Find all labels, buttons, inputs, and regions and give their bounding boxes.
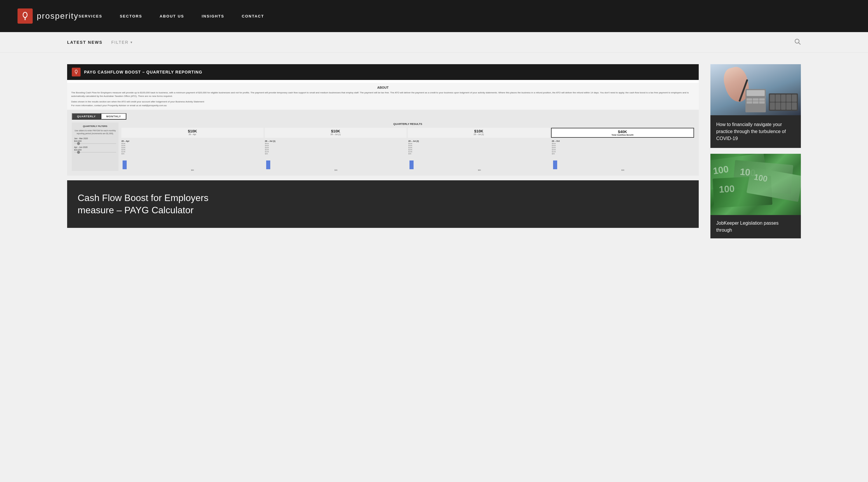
logo-container[interactable]: prosperity	[18, 8, 79, 24]
filter1-value: $10,000	[74, 140, 116, 142]
bar-apr-bottom: $0K	[121, 169, 264, 171]
result-apr: $10K 28 – Apr	[121, 128, 264, 138]
sub-header: LATEST NEWS FILTER ▾	[0, 32, 868, 53]
bar-oct	[553, 160, 557, 169]
svg-point-5	[75, 70, 78, 73]
sidebar-covid-title: How to financially navigate your practic…	[716, 121, 795, 142]
bar-chart-oct: 28 – Oct $50K$40K$30K$20K$10K$0K $0K	[552, 140, 694, 171]
sidebar-card-jobkeeper[interactable]: 100 100 100 100 JobKeep	[710, 154, 801, 238]
nav-insights[interactable]: INSIGHTS	[202, 14, 224, 19]
bar-chart-jul2-visual	[408, 155, 551, 169]
payg-filter-jan-mar: Jan - Mar 2020 $10,000	[74, 137, 116, 144]
main-content: PAYG CASHFLOW BOOST – QUARTERLY REPORTIN…	[0, 53, 868, 250]
nav-sectors[interactable]: SECTORS	[120, 14, 142, 19]
payg-about-section: ABOUT The Boosting Cash Flow for Employe…	[67, 83, 699, 110]
search-button[interactable]	[795, 38, 801, 46]
result-apr-date: 28 – Apr	[189, 133, 196, 135]
payg-results-row: $10K 28 – Apr $10K 28 – Jul (1) $10K 28 …	[121, 128, 694, 138]
nav-contact[interactable]: CONTACT	[242, 14, 264, 19]
result-jul2-amount: $10K	[474, 129, 483, 133]
sidebar-card-covid[interactable]: How to financially navigate your practic…	[710, 64, 801, 148]
result-total-amount: $40K	[618, 130, 627, 134]
sidebar-img-covid	[710, 64, 801, 115]
bar-jul2-bottom: $0K	[408, 169, 551, 171]
payg-results-header: QUARTERLY RESULTS	[121, 123, 694, 125]
article-payg-card: PAYG CASHFLOW BOOST – QUARTERLY REPORTIN…	[67, 64, 699, 175]
sidebar-img-jobkeeper: 100 100 100 100	[710, 154, 801, 215]
slider-thumb-2[interactable]	[77, 151, 80, 154]
bar-col-apr-header: 28 – Apr	[121, 140, 264, 142]
payg-results-layout: QUARTERLY FILTERS Use sliders to enter P…	[72, 123, 694, 171]
result-jul1-amount: $10K	[331, 129, 340, 133]
result-jul1: $10K 28 – Jul (1)	[265, 128, 407, 138]
sidebar-jobkeeper-text: JobKeeper Legislation passes through	[710, 215, 801, 238]
result-oct-total: $40K Total Cashflow Benefit	[551, 128, 694, 138]
bar-chart-oct-visual	[552, 155, 694, 169]
payg-filters-desc: Use sliders to enter PAYGW for each mont…	[74, 129, 116, 135]
bar-chart-apr-visual	[121, 155, 264, 169]
result-benefit-label: Total Cashflow Benefit	[612, 134, 633, 136]
bar-jul1	[266, 160, 270, 169]
sidebar-covid-text: How to financially navigate your practic…	[710, 115, 801, 148]
payg-bar-charts: 28 – Apr $50K$40K$30K$20K$10K$0K $0K	[121, 140, 694, 171]
payg-logo-small	[72, 68, 81, 76]
result-jul2: $10K 28 – Jul (2)	[408, 128, 550, 138]
filter2-label: Apr - Jun 2020	[74, 146, 116, 148]
result-jul2-date: 28 – Jul (2)	[474, 133, 484, 135]
sidebar-column: How to financially navigate your practic…	[710, 64, 801, 238]
filter2-value: $10,000	[74, 149, 116, 151]
bar-chart-jul1-visual	[265, 155, 407, 169]
search-icon	[795, 38, 801, 45]
logo-text: prosperity	[37, 11, 79, 21]
bar-jul2	[409, 160, 413, 169]
payg-dates-text: Dates shown in the results section are w…	[71, 100, 694, 103]
chevron-down-icon: ▾	[130, 40, 133, 44]
bar-col-oct-header: 28 – Oct	[552, 140, 694, 142]
payg-header: PAYG CASHFLOW BOOST – QUARTERLY REPORTIN…	[67, 64, 699, 80]
payg-filter-apr-jun: Apr - Jun 2020 $10,000	[74, 146, 116, 153]
bar-chart-jul1: 28 – Jul (1) $50K$40K$30K$20K$10K$0K $0K	[265, 140, 407, 171]
svg-rect-6	[76, 73, 76, 74]
article-cashflow-card[interactable]: Cash Flow Boost for Employers measure – …	[67, 180, 699, 228]
payg-about-title: ABOUT	[71, 86, 694, 89]
latest-news-label: LATEST NEWS	[67, 40, 102, 45]
bar-col-jul2-header: 28 – Jul (2)	[408, 140, 551, 142]
payg-tabs: QUARTERLY MONTHLY	[72, 113, 694, 120]
filter-button[interactable]: FILTER ▾	[111, 40, 132, 45]
svg-rect-2	[25, 17, 26, 20]
payg-slider-2[interactable]	[74, 152, 116, 153]
bar-col-jul1-header: 28 – Jul (1)	[265, 140, 407, 142]
bar-jul1-bottom: $0K	[265, 169, 407, 171]
payg-calc-section: QUARTERLY MONTHLY QUARTERLY FILTERS Use …	[67, 110, 699, 175]
header: prosperity SERVICES SECTORS ABOUT US INS…	[0, 0, 868, 32]
articles-column: PAYG CASHFLOW BOOST – QUARTERLY REPORTIN…	[67, 64, 699, 238]
bar-apr	[123, 160, 127, 169]
nav-services[interactable]: SERVICES	[79, 14, 102, 19]
tab-monthly[interactable]: MONTHLY	[101, 113, 126, 120]
sidebar-jobkeeper-title: JobKeeper Legislation passes through	[716, 220, 795, 234]
tab-quarterly[interactable]: QUARTERLY	[72, 113, 101, 120]
logo-icon	[18, 8, 33, 24]
result-apr-amount: $10K	[188, 129, 197, 133]
filter1-label: Jan - Mar 2020	[74, 137, 116, 139]
bar-chart-jul2: 28 – Jul (2) $50K$40K$30K$20K$10K$0K $0K	[408, 140, 551, 171]
payg-slider-1[interactable]	[74, 143, 116, 144]
nav-about-us[interactable]: ABOUT US	[160, 14, 184, 19]
payg-filters-title: QUARTERLY FILTERS	[74, 125, 116, 128]
svg-line-4	[799, 42, 800, 44]
filter-label: FILTER	[111, 40, 128, 45]
result-jul1-date: 28 – Jul (1)	[331, 133, 341, 135]
bar-oct-bottom: $0K	[552, 169, 694, 171]
bar-chart-apr: 28 – Apr $50K$40K$30K$20K$10K$0K $0K	[121, 140, 264, 171]
payg-main-title: PAYG CASHFLOW BOOST – QUARTERLY REPORTIN…	[84, 70, 202, 74]
payg-results-area: QUARTERLY RESULTS $10K 28 – Apr $10K 28 …	[121, 123, 694, 171]
payg-more-text: For more information, contact your Prosp…	[71, 104, 694, 107]
payg-about-text: The Boosting Cash Flow for Employers mea…	[71, 91, 694, 98]
article-cashflow-title: Cash Flow Boost for Employers measure – …	[78, 192, 688, 216]
slider-thumb-1[interactable]	[77, 142, 80, 145]
payg-filters-box: QUARTERLY FILTERS Use sliders to enter P…	[72, 123, 119, 171]
main-nav: SERVICES SECTORS ABOUT US INSIGHTS CONTA…	[79, 14, 264, 19]
